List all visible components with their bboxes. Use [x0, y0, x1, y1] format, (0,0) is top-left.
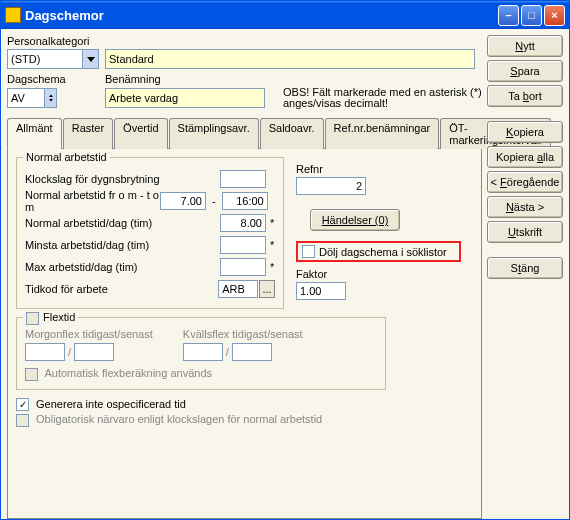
dolj-checkbox[interactable]	[302, 245, 315, 258]
window-body: Personalkategori (STD) Dagschema Benämni…	[1, 29, 569, 519]
tabort-button[interactable]: Ta bort	[487, 85, 563, 107]
klockslag-label: Klockslag för dygnsbrytning	[25, 173, 160, 185]
kvall-from-input	[183, 343, 223, 361]
max-label: Max arbetstid/dag (tim)	[25, 261, 160, 273]
morgon-to-input	[74, 343, 114, 361]
tab-content: Normal arbetstid Klockslag för dygnsbryt…	[7, 149, 482, 519]
max-input[interactable]	[220, 258, 266, 276]
dolj-label: Dölj dagschema i söklistor	[319, 246, 447, 258]
utskrift-button[interactable]: Utskrift	[487, 221, 563, 243]
flextid-legend: Flextid	[23, 311, 78, 325]
obligatorisk-checkbox	[16, 414, 29, 427]
faktor-input[interactable]	[296, 282, 346, 300]
tidkod-label: Tidkod för arbete	[25, 283, 159, 295]
highlighted-option: Dölj dagschema i söklistor	[296, 241, 461, 262]
maximize-button[interactable]: □	[521, 5, 542, 26]
dagschema-label: Dagschema	[7, 73, 99, 85]
tidkod-browse-button[interactable]: ...	[259, 280, 275, 298]
kvall-to-input	[232, 343, 272, 361]
titlebar: Dagschemor – □ ×	[1, 1, 569, 29]
foregaende-button[interactable]: < Föregående	[487, 171, 563, 193]
note-text: OBS! Fält markerade med en asterisk (*) …	[283, 87, 482, 109]
generera-checkbox[interactable]	[16, 398, 29, 411]
kvall-label: Kvällsflex tidigast/senast	[183, 328, 303, 340]
obligatorisk-label: Obligatorisk närvaro enligt klockslagen …	[36, 413, 322, 425]
close-button[interactable]: ×	[544, 5, 565, 26]
auto-flex-checkbox	[25, 368, 38, 381]
faktor-label: Faktor	[296, 268, 461, 280]
kopiera-button[interactable]: Kopiera	[487, 121, 563, 143]
tab-allmant[interactable]: Allmänt	[7, 118, 62, 149]
slash: /	[226, 346, 229, 358]
asterisk: *	[270, 239, 274, 251]
standard-field[interactable]	[105, 49, 475, 69]
tab-stamplingsavr[interactable]: Stämplingsavr.	[169, 118, 259, 149]
personalkategori-dropdown[interactable]: (STD)	[7, 49, 99, 69]
morgon-label: Morgonflex tidigast/senast	[25, 328, 153, 340]
auto-flex-label: Automatisk flexberäkning används	[44, 367, 212, 379]
normal-arbetstid-legend: Normal arbetstid	[23, 151, 110, 163]
personalkategori-label: Personalkategori	[7, 35, 99, 47]
nasta-button[interactable]: Nästa >	[487, 196, 563, 218]
from-input[interactable]	[160, 192, 206, 210]
spinner-icon	[44, 89, 56, 107]
asterisk: *	[270, 217, 274, 229]
refnr-input[interactable]	[296, 177, 366, 195]
nytt-button[interactable]: Nytt	[487, 35, 563, 57]
tom-input[interactable]	[222, 192, 268, 210]
dash: -	[212, 195, 216, 207]
arbetstid-dag-input[interactable]	[220, 214, 266, 232]
personalkategori-value: (STD)	[8, 53, 82, 65]
tab-saldoavr[interactable]: Saldoavr.	[260, 118, 324, 149]
fromtom-label: Normal arbetstid fr o m - t o m	[25, 189, 160, 213]
app-icon	[5, 7, 21, 23]
minimize-button[interactable]: –	[498, 5, 519, 26]
arbetstid-dag-label: Normal arbetstid/dag (tim)	[25, 217, 160, 229]
minsta-input[interactable]	[220, 236, 266, 254]
window: Dagschemor – □ × Personalkategori (STD) …	[0, 0, 570, 520]
asterisk: *	[270, 261, 274, 273]
benamning-field[interactable]	[105, 88, 265, 108]
tab-overtid[interactable]: Övertid	[114, 118, 167, 149]
flextid-checkbox[interactable]	[26, 312, 39, 325]
generera-label: Generera inte ospecificerad tid	[36, 398, 186, 410]
benamning-label: Benämning	[105, 73, 161, 85]
minsta-label: Minsta arbetstid/dag (tim)	[25, 239, 160, 251]
flextid-group: Flextid Morgonflex tidigast/senast /	[16, 317, 386, 390]
klockslag-input[interactable]	[220, 170, 266, 188]
kopieraalla-button[interactable]: Kopiera alla	[487, 146, 563, 168]
right-button-panel: Nytt Spara Ta bort Kopiera Kopiera alla …	[487, 35, 563, 279]
tab-refnr[interactable]: Ref.nr.benämningar	[325, 118, 440, 149]
normal-arbetstid-group: Normal arbetstid Klockslag för dygnsbryt…	[16, 157, 284, 309]
window-title: Dagschemor	[25, 8, 498, 23]
tidkod-input[interactable]	[218, 280, 258, 298]
tab-raster[interactable]: Raster	[63, 118, 113, 149]
spara-button[interactable]: Spara	[487, 60, 563, 82]
handelser-button[interactable]: Händelser (0)	[310, 209, 400, 231]
stang-button[interactable]: Stäng	[487, 257, 563, 279]
morgon-from-input	[25, 343, 65, 361]
slash: /	[68, 346, 71, 358]
dagschema-dropdown[interactable]: AV	[7, 88, 57, 108]
dropdown-arrow-icon	[82, 50, 98, 68]
dagschema-value: AV	[8, 92, 44, 104]
refnr-label: Refnr	[296, 163, 461, 175]
